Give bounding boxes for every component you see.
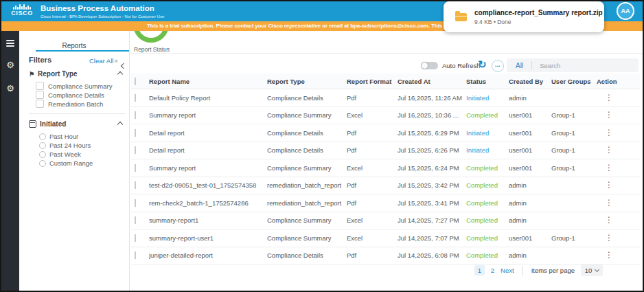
table-row[interactable]: rem-check2_batch-1_1752574286 remediatio… <box>131 194 640 212</box>
report-name: Summary report <box>149 111 267 119</box>
col-report-name: Report Name <box>149 78 267 85</box>
kebab-menu-icon[interactable]: ⋮ <box>605 146 613 154</box>
refresh-icon[interactable]: ↻ <box>478 58 487 71</box>
panel-divider <box>129 31 130 291</box>
created-at: Jul 15,2025, 6:24 PM <box>398 164 466 172</box>
items-per-page-select[interactable]: 10 <box>581 265 603 276</box>
report-format: Pdf <box>347 181 398 189</box>
kebab-menu-icon[interactable]: ⋮ <box>605 129 613 137</box>
menu-icon[interactable] <box>6 40 14 49</box>
checkbox[interactable] <box>36 82 44 90</box>
tab-active-underline <box>36 50 129 52</box>
created-by: admin <box>509 199 551 207</box>
reports-table: Report Name Report Type Report Format Cr… <box>131 74 640 265</box>
divider <box>522 266 523 276</box>
filters-panel: Reports Filters Clear All× ⚑ Report Type… <box>19 31 129 291</box>
row-checkbox[interactable] <box>135 251 136 259</box>
report-type: Compliance Summary <box>267 216 347 224</box>
chevron-up-icon[interactable] <box>117 121 123 126</box>
created-at: Jul 14,2025, 7:07 PM <box>398 234 466 242</box>
page-2-button[interactable]: 2 <box>491 267 494 274</box>
created-at: Jul 14,2025, 7:27 PM <box>398 216 466 224</box>
col-status: Status <box>466 78 509 85</box>
search-input[interactable] <box>532 61 630 70</box>
kebab-menu-icon[interactable]: ⋮ <box>605 216 613 224</box>
select-all-checkbox[interactable] <box>135 78 136 85</box>
download-meta: 9.4 KB • Done <box>474 19 603 25</box>
radio-button[interactable] <box>39 160 46 167</box>
table-row[interactable]: Summary report Compliance Summary Excel … <box>131 107 640 125</box>
col-report-format: Report Format <box>347 78 398 85</box>
table-row[interactable]: summary-report1 Compliance Summary Excel… <box>131 212 640 230</box>
row-checkbox[interactable] <box>135 146 136 154</box>
checkbox[interactable] <box>36 100 44 108</box>
clear-all-link[interactable]: Clear All× <box>89 57 118 65</box>
brand-name: CISCO <box>7 10 37 16</box>
created-by: admin <box>509 216 551 224</box>
created-by: admin <box>509 181 551 189</box>
created-by: admin <box>509 94 551 102</box>
created-at: Jul 15,2025, 3:41 PM <box>398 199 466 207</box>
table-row[interactable]: Summary report Compliance Summary Excel … <box>131 159 640 177</box>
avatar[interactable]: AA <box>617 2 634 20</box>
settings-gear-icon[interactable]: ⚙ <box>1 84 19 93</box>
table-row[interactable]: summary-report-user1 Compliance Summary … <box>131 229 640 247</box>
divider <box>130 53 643 54</box>
col-user-groups: User Groups <box>551 78 597 85</box>
report-type: Compliance Summary <box>267 111 347 119</box>
kebab-menu-icon[interactable]: ⋮ <box>605 234 613 242</box>
collapse-panel-icon[interactable] <box>122 58 126 71</box>
row-checkbox[interactable] <box>135 94 136 102</box>
created-at: Jul 16,2025, 11:26 AM <box>398 94 466 102</box>
table-row[interactable]: Detail report Compliance Details Pdf Jul… <box>131 124 640 142</box>
report-format: Excel <box>347 164 398 172</box>
download-filename: compliance-report_Summary report.zip <box>474 9 603 16</box>
kebab-menu-icon[interactable]: ⋮ <box>605 111 613 119</box>
kebab-menu-icon[interactable]: ⋮ <box>605 251 613 259</box>
filter-option-past-24-hours: Past 24 Hours <box>39 142 91 149</box>
col-action: Action <box>597 78 640 85</box>
table-header-row: Report Name Report Type Report Format Cr… <box>131 74 640 89</box>
row-checkbox[interactable] <box>135 216 136 224</box>
tab-reports[interactable]: Reports <box>19 42 129 49</box>
filter-section-report-type[interactable]: ⚑ Report Type <box>29 70 122 78</box>
checkbox[interactable] <box>36 91 44 99</box>
created-by: user001 <box>509 164 551 172</box>
page-1-button[interactable]: 1 <box>474 265 485 276</box>
chevron-up-icon[interactable] <box>117 71 123 76</box>
filter-all-tab[interactable]: All <box>507 62 531 69</box>
filter-section-initiated[interactable]: Initiated <box>29 120 122 128</box>
table-row[interactable]: Detail report Compliance Details Pdf Jul… <box>131 142 640 160</box>
more-options-icon[interactable]: ••• <box>492 60 504 72</box>
radio-button[interactable] <box>39 142 46 149</box>
report-status: Completed <box>466 181 509 189</box>
created-by: user001 <box>509 111 551 119</box>
kebab-menu-icon[interactable]: ⋮ <box>605 164 613 172</box>
row-checkbox[interactable] <box>135 129 136 137</box>
next-page-button[interactable]: Next <box>501 267 514 274</box>
download-toast[interactable]: compliance-report_Summary report.zip 9.4… <box>444 1 604 32</box>
auto-refresh-toggle[interactable] <box>421 62 438 69</box>
report-type: remediation_batch_report <box>267 199 347 207</box>
table-row[interactable]: Default Policy Report Compliance Details… <box>131 89 640 107</box>
row-checkbox[interactable] <box>135 111 136 119</box>
row-checkbox[interactable] <box>135 234 136 242</box>
report-name: Detail report <box>149 129 267 137</box>
kebab-menu-icon[interactable]: ⋮ <box>605 199 613 207</box>
report-name: test-d2d-09051_test-01_1752574358 <box>149 181 267 189</box>
radio-button[interactable] <box>39 133 46 140</box>
row-checkbox[interactable] <box>135 199 136 207</box>
flag-icon: ⚑ <box>29 71 34 78</box>
radio-button[interactable] <box>39 151 46 158</box>
table-row[interactable]: juniper-detailed-report Compliance Detai… <box>131 247 640 265</box>
page-subtitle: Cisco Internal - BPA Developer Subscript… <box>41 14 164 19</box>
table-row[interactable]: test-d2d-09051_test-01_1752574358 remedi… <box>131 177 640 195</box>
row-checkbox[interactable] <box>135 181 136 189</box>
report-format: Excel <box>347 234 398 242</box>
pagination: 1 2 Next Items per page 10 <box>474 265 603 276</box>
kebab-menu-icon[interactable]: ⋮ <box>605 181 613 189</box>
row-checkbox[interactable] <box>135 164 136 172</box>
gear-icon[interactable]: ⚙ <box>1 60 19 69</box>
kebab-menu-icon[interactable]: ⋮ <box>605 94 613 102</box>
report-format: Pdf <box>347 251 398 259</box>
